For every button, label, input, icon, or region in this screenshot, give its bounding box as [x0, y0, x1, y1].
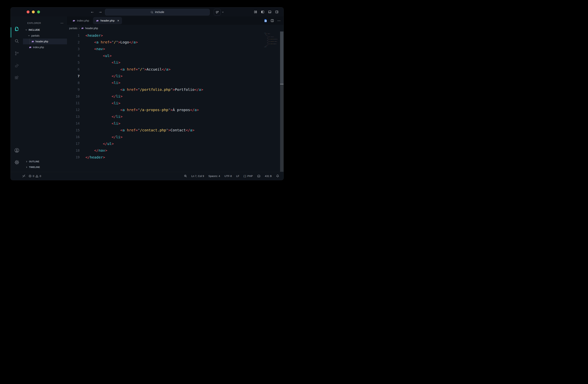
source-control-icon[interactable] — [13, 50, 21, 57]
run-debug-icon[interactable] — [13, 62, 21, 69]
tree-item-partials-folder[interactable]: partials — [23, 33, 67, 39]
remote-indicator-icon[interactable] — [22, 174, 25, 178]
breadcrumb-folder[interactable]: partials — [69, 27, 77, 30]
line-number: 8 — [67, 81, 80, 85]
chevron-down-icon — [28, 35, 30, 37]
code-line[interactable]: 10</li> — [67, 93, 284, 100]
code-line[interactable]: 18</nav> — [67, 147, 284, 154]
php-elephant-icon — [31, 40, 34, 43]
editor-group: index.php header.php × PHP — [67, 17, 284, 172]
back-arrow-icon[interactable]: ← — [90, 9, 94, 14]
section-label: OUTLINE — [29, 160, 39, 163]
code-line[interactable]: 14<li> — [67, 120, 284, 127]
line-number: 12 — [67, 108, 80, 112]
zoom-window-button[interactable] — [37, 11, 40, 13]
split-editor-icon[interactable] — [271, 19, 274, 22]
language-label: PHP — [247, 175, 253, 178]
account-icon[interactable] — [13, 147, 21, 154]
tab-index-php[interactable]: index.php — [69, 17, 92, 25]
tree-item-include-root[interactable]: INCLUDE — [23, 27, 67, 33]
run-php-file-icon[interactable]: PHP — [264, 19, 267, 22]
line-number: 17 — [67, 142, 80, 145]
search-icon — [150, 11, 153, 14]
code-line[interactable]: 13</li> — [67, 113, 284, 120]
explorer-more-actions-icon[interactable]: ⋯ — [61, 21, 64, 25]
language-mode-status[interactable]: { } PHP — [244, 175, 253, 178]
code-line[interactable]: 9<a href="/portfolio.php">Portfolio</a> — [67, 86, 284, 93]
tree-item-index-php[interactable]: index.php — [23, 44, 67, 50]
outline-section-header[interactable]: OUTLINE — [23, 159, 67, 164]
code-line[interactable]: 17</ul> — [67, 140, 284, 147]
code-line[interactable]: 4<ul> — [67, 52, 284, 59]
line-number: 14 — [67, 121, 80, 125]
tab-label: index.php — [77, 19, 89, 22]
copilot-icon[interactable] — [257, 174, 260, 178]
problems-status[interactable]: 0 0 — [29, 175, 41, 178]
vscode-window: ← → include — [10, 7, 284, 180]
code-line[interactable]: 16</li> — [67, 134, 284, 140]
more-editor-actions-icon[interactable]: ⋯ — [277, 19, 281, 23]
copilot-chat-button[interactable] — [214, 9, 221, 15]
code-line[interactable]: 11<li> — [67, 100, 284, 106]
line-number: 6 — [67, 67, 80, 71]
breadcrumb-separator-icon: › — [79, 27, 80, 30]
line-number: 5 — [67, 61, 80, 64]
vertical-scrollbar[interactable] — [280, 32, 284, 172]
breadcrumb-file[interactable]: header.php — [85, 27, 98, 30]
line-number: 3 — [67, 47, 80, 51]
indentation-status[interactable]: Spaces: 4 — [208, 175, 220, 178]
code-line[interactable]: 15<a href="/contact.php">Contact</a> — [67, 127, 284, 133]
minimize-window-button[interactable] — [32, 11, 35, 13]
search-view-icon[interactable] — [13, 38, 21, 45]
tree-item-header-php[interactable]: header.php — [23, 39, 67, 44]
tab-header-php[interactable]: header.php × — [93, 17, 122, 24]
toggle-primary-sidebar-icon[interactable] — [261, 10, 264, 14]
scrollbar-thumb-edge — [280, 84, 284, 84]
command-center-search[interactable]: include — [105, 9, 210, 15]
line-number: 10 — [67, 95, 80, 98]
explorer-files-icon[interactable] — [13, 25, 21, 32]
errors-icon — [29, 175, 32, 178]
close-window-button[interactable] — [27, 11, 29, 13]
zoom-in-icon[interactable] — [184, 174, 187, 178]
chevron-down-icon — [25, 29, 27, 31]
toggle-secondary-sidebar-icon[interactable] — [275, 10, 278, 14]
line-number: 9 — [67, 88, 80, 91]
php-elephant-icon — [96, 19, 99, 22]
line-number: 7 — [67, 74, 80, 78]
tree-label: index.php — [33, 46, 44, 49]
timeline-section-header[interactable]: TIMELINE — [23, 164, 67, 170]
activity-bar — [11, 17, 23, 172]
code-line[interactable]: 8<li> — [67, 80, 284, 86]
file-size-status[interactable]: 431 B — [265, 175, 272, 178]
code-line[interactable]: 3<nav> — [67, 46, 284, 52]
line-number: 18 — [67, 149, 80, 152]
code-editor[interactable]: 1<header>2<a href="/">Logo</a>3<nav>4<ul… — [67, 32, 284, 172]
code-line[interactable]: 2<a href="/">Logo</a> — [67, 39, 284, 45]
extensions-icon[interactable] — [13, 74, 21, 81]
encoding-status[interactable]: UTF-8 — [225, 175, 232, 178]
minimap[interactable]: 1<header>2<a href="/">Logo</a>3<nav>4<ul… — [263, 33, 279, 53]
cursor-position-status[interactable]: Ln 7, Col 9 — [191, 175, 204, 178]
code-line[interactable]: 5<li> — [67, 59, 284, 66]
code-lines: 1<header>2<a href="/">Logo</a>3<nav>4<ul… — [67, 32, 284, 161]
code-line[interactable]: 6<a href="/">Accueil</a> — [67, 66, 284, 73]
chat-dropdown-chevron-icon[interactable] — [222, 11, 224, 13]
code-line[interactable]: 19</header> — [67, 154, 284, 161]
customize-layout-icon[interactable] — [254, 10, 257, 14]
chevron-right-icon — [25, 166, 28, 168]
toggle-panel-icon[interactable] — [268, 10, 271, 14]
explorer-sidebar: EXPLORER ⋯ INCLUDE partials header.php — [23, 17, 67, 172]
php-elephant-icon — [72, 19, 75, 22]
code-line[interactable]: 7</li> — [67, 73, 284, 79]
code-line[interactable]: 1<header> — [67, 32, 284, 39]
forward-arrow-icon[interactable]: → — [98, 9, 102, 14]
close-tab-icon[interactable]: × — [117, 19, 119, 22]
line-number: 15 — [67, 128, 80, 132]
eol-status[interactable]: LF — [236, 175, 239, 178]
scrollbar-thumb[interactable] — [280, 32, 284, 84]
tab-label: header.php — [101, 19, 115, 22]
notifications-bell-icon[interactable] — [276, 174, 279, 178]
settings-gear-icon[interactable] — [13, 159, 21, 166]
code-line[interactable]: 12<a href="/a-propos-php">À propos</a> — [67, 106, 284, 113]
